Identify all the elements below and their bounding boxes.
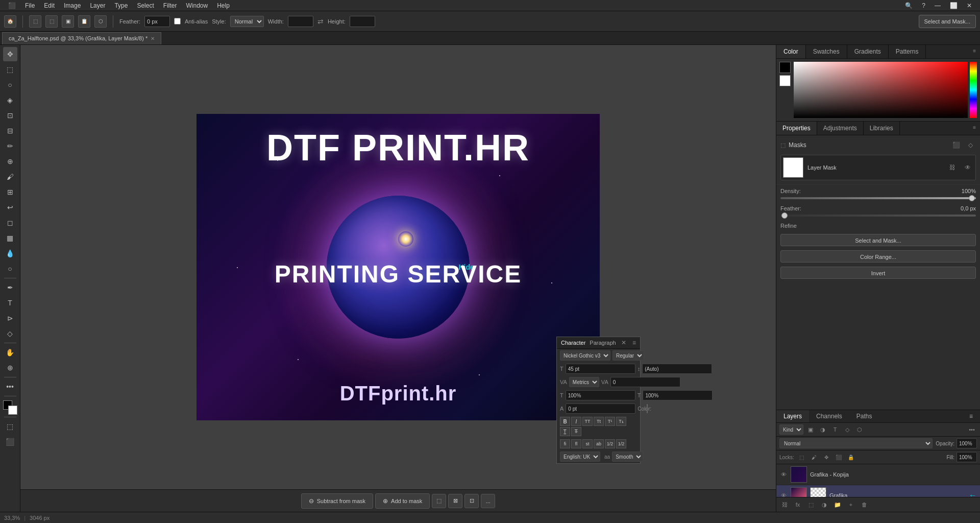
feather-slider[interactable] xyxy=(780,215,976,217)
hue-slider[interactable] xyxy=(970,62,977,118)
marquee-tool-options-4[interactable]: 📋 xyxy=(78,15,90,28)
marquee-tool-options-2[interactable]: ⬚ xyxy=(45,15,58,28)
layer-mask-thumbnail[interactable] xyxy=(783,157,803,178)
link-layers-btn[interactable]: ⛓ xyxy=(779,500,790,510)
selection-tool[interactable]: ⬚ xyxy=(3,62,17,77)
subtract-from-mask-btn[interactable]: ⊖ Subtract from mask xyxy=(301,493,373,509)
h-scale-input[interactable] xyxy=(643,390,713,400)
eraser-tool[interactable]: ◻ xyxy=(3,216,17,230)
healing-tool[interactable]: ⊕ xyxy=(3,154,17,169)
filter-type-btn[interactable]: T xyxy=(830,424,840,435)
color-tab[interactable]: Color xyxy=(776,45,806,58)
libraries-tab[interactable]: Libraries xyxy=(864,122,900,135)
help-icon[interactable]: ? xyxy=(918,1,929,10)
fg-color-swatch[interactable] xyxy=(779,62,791,73)
feather-input[interactable] xyxy=(144,16,170,27)
document-tab[interactable]: ca_Za_Halftone.psd @ 33,3% (Grafika, Lay… xyxy=(2,32,161,44)
layer-kind-select[interactable]: Kind xyxy=(779,424,803,435)
new-group-btn[interactable]: 📁 xyxy=(832,500,843,510)
menu-type[interactable]: Type xyxy=(110,1,132,10)
object-selection-tool[interactable]: ◈ xyxy=(3,93,17,107)
blur-tool[interactable]: 💧 xyxy=(3,246,17,260)
lock-artboard-btn[interactable]: ⬛ xyxy=(834,453,843,462)
select-and-mask-prop-btn[interactable]: Select and Mask... xyxy=(780,234,976,246)
hand-tool[interactable]: ✋ xyxy=(3,345,17,360)
layer-visibility-btn-2[interactable]: 👁 xyxy=(779,491,788,497)
marquee-tool-options-1[interactable]: ⬚ xyxy=(29,15,41,28)
menu-image[interactable]: Image xyxy=(60,1,85,10)
add-pixel-mask-btn[interactable]: ⬛ xyxy=(950,139,962,151)
marquee-tool-options-5[interactable]: ⬡ xyxy=(94,15,107,28)
tracking-input[interactable] xyxy=(610,377,680,387)
allcaps-btn[interactable]: TT xyxy=(582,417,593,426)
color-panel-collapse-btn[interactable]: ≡ xyxy=(969,45,980,58)
channels-tab[interactable]: Channels xyxy=(809,410,849,422)
char-panel-collapse-btn[interactable]: ≡ xyxy=(632,339,636,346)
paths-tab[interactable]: Paths xyxy=(849,410,879,422)
baseline-input[interactable] xyxy=(566,403,635,414)
menu-layer[interactable]: Layer xyxy=(86,1,109,10)
underline-btn[interactable]: T̲ xyxy=(560,427,570,436)
ligature2-btn[interactable]: fl xyxy=(571,439,581,448)
lock-position-btn[interactable]: ✥ xyxy=(822,453,831,462)
kerning-select[interactable]: Metrics xyxy=(569,377,599,387)
opacity-input[interactable] xyxy=(957,438,977,448)
new-layer-btn[interactable]: + xyxy=(846,500,856,510)
restore-btn[interactable]: ⬜ xyxy=(946,1,962,10)
sub-btn[interactable]: T₁ xyxy=(616,417,626,426)
density-slider-thumb[interactable] xyxy=(969,195,975,201)
select-and-mask-btn[interactable]: Select and Mask... xyxy=(919,15,976,28)
menu-window[interactable]: Window xyxy=(182,1,212,10)
fill-input[interactable] xyxy=(957,452,977,462)
swap-icon[interactable]: ⇄ xyxy=(317,17,324,26)
canvas-content[interactable]: Character Paragraph ✕ ≡ Nickel Gothic v3… xyxy=(20,45,776,489)
lasso-tool[interactable]: ○ xyxy=(3,78,17,92)
density-slider[interactable] xyxy=(780,197,976,199)
add-style-btn[interactable]: fx xyxy=(793,500,803,510)
ordinal2-btn[interactable]: ab xyxy=(594,439,604,448)
properties-tab[interactable]: Properties xyxy=(776,122,817,135)
height-input[interactable] xyxy=(350,16,375,27)
layers-panel-menu-btn[interactable]: ≡ xyxy=(962,410,980,422)
layer-mask-mini-2[interactable] xyxy=(810,487,826,497)
mask-options-1-btn[interactable]: ⬚ xyxy=(432,494,446,508)
lock-transparent-btn[interactable]: ⬚ xyxy=(797,453,806,462)
marquee-tool-options-3[interactable]: ▣ xyxy=(62,15,74,28)
layers-tab[interactable]: Layers xyxy=(776,410,809,422)
eyedropper-tool[interactable]: ✏ xyxy=(3,139,17,153)
layer-item-grafika-kopija[interactable]: 👁 Grafika - Kopija xyxy=(776,464,980,485)
text-color-swatch[interactable] xyxy=(647,404,648,413)
layer-visibility-btn-1[interactable]: 👁 xyxy=(779,470,788,479)
smallcaps-btn[interactable]: Tt xyxy=(594,417,604,426)
language-select[interactable]: English: UK xyxy=(560,451,600,462)
leading-input[interactable] xyxy=(642,364,712,374)
menu-ps-icon[interactable]: ⬛ xyxy=(4,1,20,10)
more-options-btn[interactable]: ... xyxy=(481,494,495,508)
strikethrough-btn[interactable]: T̶ xyxy=(571,427,581,436)
num2-btn[interactable]: 1/2 xyxy=(616,439,626,448)
ligature-btn[interactable]: fi xyxy=(560,439,570,448)
bold-btn[interactable]: B xyxy=(560,417,570,426)
font-style-select[interactable]: Regular xyxy=(612,350,644,361)
font-size-input[interactable] xyxy=(566,364,635,374)
screen-mode-btn[interactable]: ⬛ xyxy=(3,435,17,449)
swatches-tab[interactable]: Swatches xyxy=(806,45,847,58)
lock-image-btn[interactable]: 🖌 xyxy=(810,453,819,462)
close-tab-btn[interactable]: ✕ xyxy=(151,36,155,41)
clone-tool[interactable]: ⊞ xyxy=(3,185,17,199)
color-spectrum-2d[interactable] xyxy=(794,62,968,118)
props-panel-menu-btn[interactable]: ≡ xyxy=(969,122,980,135)
lock-all-btn[interactable]: 🔒 xyxy=(846,453,855,462)
mask-options-2-btn[interactable]: ⊠ xyxy=(448,494,462,508)
crop-tool[interactable]: ⊡ xyxy=(3,108,17,123)
bg-color-swatch[interactable] xyxy=(779,75,791,86)
ordinal-btn[interactable]: st xyxy=(582,439,593,448)
path-selection-tool[interactable]: ⊳ xyxy=(3,311,17,325)
mask-options-3-btn[interactable]: ⊡ xyxy=(464,494,479,508)
add-vector-mask-btn[interactable]: ◇ xyxy=(965,139,976,151)
mask-link-btn[interactable]: ⛓ xyxy=(947,162,958,173)
history-brush-tool[interactable]: ↩ xyxy=(3,200,17,215)
smooth-select[interactable]: Smooth xyxy=(612,451,643,462)
type-tool[interactable]: T xyxy=(3,296,17,310)
color-range-btn[interactable]: Color Range... xyxy=(780,250,976,263)
